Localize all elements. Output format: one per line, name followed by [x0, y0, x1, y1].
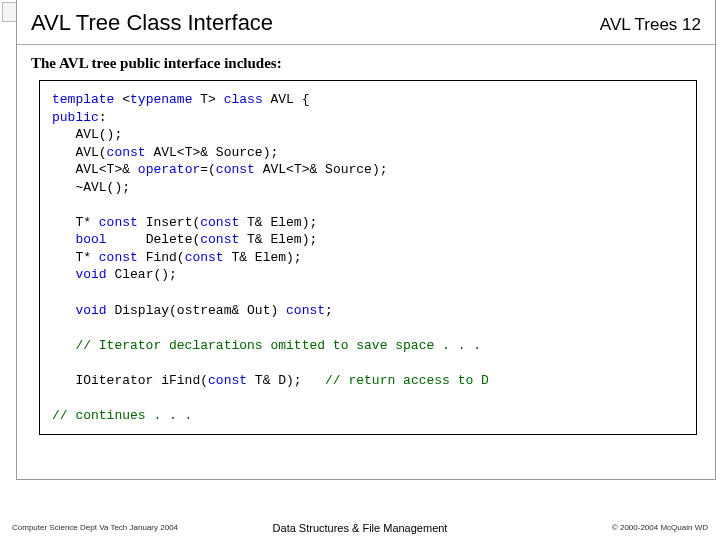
code-token: T& Elem);: [239, 232, 317, 247]
code-block: template <typename T> class AVL { public…: [39, 80, 697, 435]
code-token: ~AVL();: [52, 180, 130, 195]
code-token: AVL<T>&: [52, 162, 138, 177]
slide-title: AVL Tree Class Interface: [31, 10, 273, 36]
code-token: void: [75, 303, 106, 318]
code-comment: // Iterator declarations omitted to save…: [75, 338, 481, 353]
code-token: [52, 267, 75, 282]
code-token: :: [99, 110, 107, 125]
code-token: AVL<T>& Source);: [146, 145, 279, 160]
code-token: void: [75, 267, 106, 282]
code-token: T& Elem);: [239, 215, 317, 230]
code-token: template: [52, 92, 114, 107]
code-token: T*: [52, 215, 99, 230]
code-token: AVL<T>& Source);: [255, 162, 388, 177]
code-token: AVL {: [263, 92, 310, 107]
code-token: const: [200, 215, 239, 230]
code-token: const: [286, 303, 325, 318]
footer-left: Computer Science Dept Va Tech January 20…: [12, 523, 178, 532]
code-token: AVL(: [52, 145, 107, 160]
code-token: Find(: [138, 250, 185, 265]
code-token: bool: [75, 232, 106, 247]
code-token: [52, 232, 75, 247]
code-token: ;: [325, 303, 333, 318]
code-token: Clear();: [107, 267, 177, 282]
code-token: T& D);: [247, 373, 325, 388]
code-token: const: [99, 215, 138, 230]
slide-frame: AVL Tree Class Interface AVL Trees 12 Th…: [16, 0, 716, 480]
code-token: [52, 338, 75, 353]
code-token: const: [208, 373, 247, 388]
footer-right: © 2000-2004 McQuain WD: [612, 523, 708, 532]
code-token: typename: [130, 92, 192, 107]
code-token: T*: [52, 250, 99, 265]
slide-footer: Computer Science Dept Va Tech January 20…: [0, 523, 720, 532]
code-token: Delete(: [107, 232, 201, 247]
code-token: const: [185, 250, 224, 265]
code-token: const: [200, 232, 239, 247]
footer-center: Data Structures & File Management: [273, 522, 448, 534]
code-token: public: [52, 110, 99, 125]
code-token: class: [224, 92, 263, 107]
code-token: Display(ostream& Out): [107, 303, 286, 318]
code-token: =(: [200, 162, 216, 177]
code-token: const: [99, 250, 138, 265]
code-token: IOiterator iFind(: [52, 373, 208, 388]
slide-header: AVL Tree Class Interface AVL Trees 12: [17, 0, 715, 45]
slide-subtitle: The AVL tree public interface includes:: [17, 45, 715, 78]
code-token: [52, 303, 75, 318]
code-token: AVL();: [52, 127, 122, 142]
code-comment: // return access to D: [325, 373, 489, 388]
code-comment: // continues . . .: [52, 408, 192, 423]
code-token: const: [216, 162, 255, 177]
section-name: AVL Trees: [600, 15, 677, 34]
code-token: T& Elem);: [224, 250, 302, 265]
code-token: Insert(: [138, 215, 200, 230]
page-number: 12: [682, 15, 701, 34]
code-token: T>: [192, 92, 223, 107]
code-token: const: [107, 145, 146, 160]
code-token: <: [114, 92, 130, 107]
page-indicator: AVL Trees 12: [600, 15, 701, 35]
code-token: operator: [138, 162, 200, 177]
